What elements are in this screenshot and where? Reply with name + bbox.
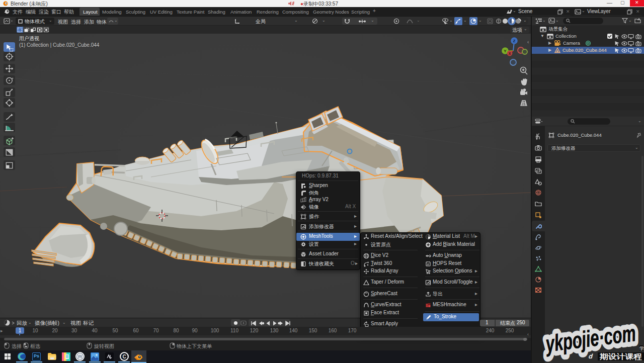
svg-text:C: C xyxy=(122,354,126,359)
svg-text:Z: Z xyxy=(513,39,516,43)
svg-text:𝐝: 𝐝 xyxy=(588,352,593,360)
svg-text:ykpojie·com: ykpojie·com xyxy=(543,320,637,357)
svg-text:学: 学 xyxy=(639,346,644,351)
svg-text:X: X xyxy=(509,52,511,55)
svg-text:期设计课程: 期设计课程 xyxy=(599,352,642,360)
svg-text:Y: Y xyxy=(504,49,507,53)
